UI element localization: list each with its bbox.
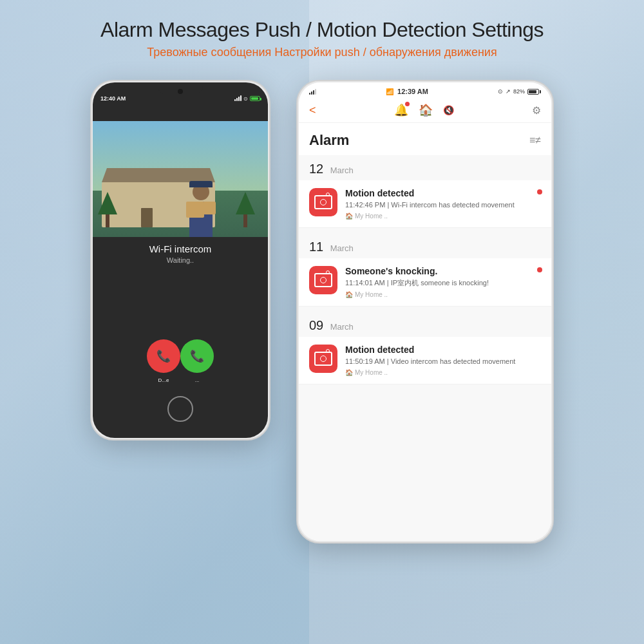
alarm-text-1: Someone's knocking. 11:14:01 AM | IP室内机 …	[345, 266, 541, 298]
home-icon-2: 🏠	[345, 369, 353, 376]
device-antenna-1	[326, 270, 330, 274]
battery-fill-right	[529, 90, 536, 93]
phone-left: 12:40 AM ⊙	[90, 80, 270, 440]
volume-nav-button[interactable]: 🔇	[443, 105, 454, 115]
wifi-icon-left: ⊙	[243, 96, 248, 102]
page-title: Alarm Messages Push / Motion Detection S…	[13, 18, 631, 42]
tree-top-right	[236, 192, 255, 214]
sig-r-2	[311, 91, 312, 95]
decline-button[interactable]: 📞	[147, 339, 180, 373]
home-icon-1: 🏠	[345, 291, 353, 298]
alarm-desc-2: 11:50:19 AM | Video intercom has detecte…	[345, 357, 541, 366]
battery-tip-left	[260, 98, 261, 100]
person-head	[193, 184, 209, 200]
date-section-09: 09 March	[299, 312, 551, 337]
status-icons-left: ⊙	[234, 96, 260, 102]
divider-1	[299, 228, 551, 233]
status-right-group: ⊙ ↗ 82%	[498, 88, 541, 95]
divider-2	[299, 307, 551, 312]
phone-left-screen: 12:40 AM ⊙	[93, 82, 268, 438]
battery-pct-right: 82%	[513, 88, 525, 95]
call-buttons-area: 📞 D...e 📞 ...	[128, 327, 233, 438]
decline-icon: 📞	[156, 349, 171, 363]
phones-container: 12:40 AM ⊙	[71, 80, 573, 544]
location-text-1: My Home ..	[355, 291, 388, 298]
alarm-text-0: Motion detected 11:42:46 PM | Wi-Fi inte…	[345, 188, 541, 220]
house-roof	[102, 168, 216, 182]
alarm-icon-0	[309, 188, 337, 216]
tree-left	[98, 192, 117, 227]
signal-bar-4	[240, 95, 242, 101]
date-section-12: 12 March	[299, 155, 551, 180]
alarm-title-2: Motion detected	[345, 345, 541, 355]
signal-bar-1	[234, 99, 236, 101]
gps-icon: ⊙	[498, 88, 503, 95]
person-box	[186, 202, 204, 218]
device-antenna-0	[326, 193, 330, 196]
alarm-icon-2	[309, 345, 337, 373]
alarm-item-1[interactable]: Someone's knocking. 11:14:01 AM | IP室内机 …	[299, 258, 551, 306]
alarm-location-1: 🏠 My Home ..	[345, 291, 541, 298]
signal-bar-3	[238, 97, 240, 101]
unread-dot-1	[537, 267, 542, 272]
sig-r-3	[313, 90, 314, 95]
tree-trunk-left	[106, 214, 109, 227]
call-buttons: 📞 D...e 📞 ...	[128, 327, 233, 390]
home-button[interactable]	[167, 396, 193, 422]
alarm-icon-1	[309, 266, 337, 294]
alarm-section-title: Alarm	[309, 132, 349, 149]
wifi-icon-right: 📶	[386, 88, 393, 95]
main-content: Alarm Messages Push / Motion Detection S…	[0, 0, 644, 644]
date-month-12: March	[330, 166, 354, 175]
phone-right: 📶 12:39 AM ⊙ ↗ 82%	[296, 80, 554, 544]
accept-label: ...	[195, 377, 200, 383]
date-day-11: 11	[309, 240, 323, 254]
battery-icon-right	[527, 89, 541, 95]
camera-dot	[178, 89, 183, 94]
signal-bar-2	[236, 98, 238, 101]
battery-body-right	[527, 89, 539, 95]
bell-notification-dot	[405, 102, 410, 106]
person-box2	[203, 202, 216, 214]
battery-tip-right	[540, 90, 541, 93]
house-door	[141, 208, 153, 227]
home-nav-button[interactable]: 🏠	[419, 103, 433, 117]
alarm-location-2: 🏠 My Home ..	[345, 369, 541, 376]
status-bar-right: 📶 12:39 AM ⊙ ↗ 82%	[299, 82, 551, 98]
call-screen: 12:40 AM ⊙	[93, 82, 268, 438]
status-center: 📶 12:39 AM	[386, 88, 428, 95]
alarm-title-1: Someone's knocking.	[345, 266, 541, 276]
back-button[interactable]: <	[309, 104, 316, 117]
filter-icon[interactable]: ≡≠	[529, 135, 541, 146]
time-left: 12:40 AM	[100, 95, 126, 102]
date-day-12: 12	[309, 162, 323, 176]
bell-nav-button[interactable]: 🔔	[394, 103, 408, 117]
location-text-2: My Home ..	[355, 369, 388, 376]
device-icon-0	[314, 195, 332, 209]
alarm-header: Alarm ≡≠	[299, 123, 551, 155]
tree-right	[236, 192, 255, 227]
date-day-09: 09	[309, 318, 323, 332]
date-month-11: March	[330, 243, 354, 253]
caller-image	[93, 121, 268, 237]
app-nav-bar: < 🔔 🏠 🔇 ⚙	[299, 98, 551, 123]
decline-label: D...e	[158, 377, 169, 383]
home-icon-0: 🏠	[345, 213, 353, 220]
accept-button[interactable]: 📞	[180, 339, 214, 373]
unread-dot-0	[537, 189, 542, 194]
tree-top-left	[98, 192, 117, 214]
caller-person	[189, 184, 213, 237]
alarm-text-2: Motion detected 11:50:19 AM | Video inte…	[345, 345, 541, 376]
signal-icon-right	[309, 88, 316, 95]
location-text-0: My Home ..	[355, 213, 388, 220]
decline-area: 📞 D...e	[147, 339, 180, 383]
alarm-item-2[interactable]: Motion detected 11:50:19 AM | Video inte…	[299, 337, 551, 384]
alarm-item-0[interactable]: Motion detected 11:42:46 PM | Wi-Fi inte…	[299, 180, 551, 228]
signal-icon	[234, 96, 242, 101]
settings-button[interactable]: ⚙	[532, 104, 541, 117]
device-antenna-2	[326, 349, 330, 353]
caller-status: Waiting..	[167, 256, 194, 264]
scene-bg	[93, 121, 268, 237]
person-cap	[189, 181, 213, 187]
phone-right-screen: 📶 12:39 AM ⊙ ↗ 82%	[299, 82, 551, 541]
